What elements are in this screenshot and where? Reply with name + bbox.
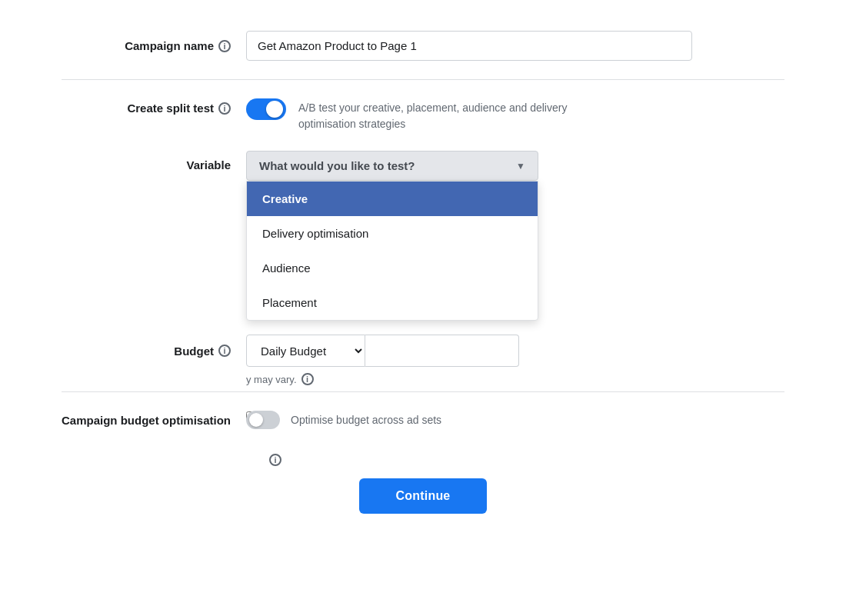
divider-1 bbox=[62, 79, 784, 80]
dropdown-item-creative[interactable]: Creative bbox=[247, 181, 538, 216]
variable-dropdown-placeholder: What would you like to test? bbox=[259, 159, 415, 172]
cbo-description: Optimise budget across ad sets bbox=[291, 414, 441, 426]
variable-label: Variable bbox=[62, 151, 246, 171]
budget-note-info-icon[interactable]: i bbox=[301, 373, 314, 385]
toggle-slider bbox=[246, 98, 286, 120]
split-test-toggle[interactable] bbox=[246, 98, 286, 120]
cbo-label: Campaign budget optimisation bbox=[62, 412, 246, 428]
cbo-toggle[interactable] bbox=[246, 411, 280, 429]
budget-amount-input[interactable] bbox=[365, 335, 519, 367]
budget-info-icon[interactable]: i bbox=[218, 345, 231, 357]
continue-button[interactable]: Continue bbox=[359, 478, 488, 514]
budget-label: Budget i bbox=[62, 345, 246, 358]
continue-row: Continue bbox=[62, 478, 784, 514]
variable-dropdown-trigger[interactable]: What would you like to test? ▼ bbox=[246, 151, 538, 181]
variable-dropdown-menu: Creative Delivery optimisation Audience … bbox=[246, 181, 538, 321]
budget-input-group: Daily Budget Lifetime Budget bbox=[246, 335, 519, 367]
divider-2 bbox=[62, 391, 784, 392]
chevron-down-icon: ▼ bbox=[516, 161, 525, 171]
cbo-slider bbox=[246, 411, 280, 429]
dropdown-item-placement[interactable]: Placement bbox=[247, 285, 538, 320]
campaign-name-label: Campaign name i bbox=[62, 39, 246, 52]
split-test-label: Create split test i bbox=[62, 98, 246, 115]
campaign-name-info-icon[interactable]: i bbox=[218, 40, 231, 52]
split-test-description: A/B test your creative, placement, audie… bbox=[298, 98, 575, 132]
variable-row: Variable What would you like to test? ▼ … bbox=[62, 151, 784, 181]
budget-type-select[interactable]: Daily Budget Lifetime Budget bbox=[246, 335, 365, 367]
campaign-name-row: Campaign name i bbox=[62, 31, 784, 61]
dropdown-item-audience[interactable]: Audience bbox=[247, 251, 538, 285]
split-test-toggle-area: A/B test your creative, placement, audie… bbox=[246, 98, 575, 132]
split-test-info-icon[interactable]: i bbox=[218, 102, 231, 115]
budget-row: Budget i Daily Budget Lifetime Budget bbox=[62, 335, 784, 367]
split-test-row: Create split test i A/B test your creati… bbox=[62, 98, 784, 132]
cbo-info-row: i bbox=[269, 454, 784, 466]
dropdown-item-delivery[interactable]: Delivery optimisation bbox=[247, 216, 538, 251]
cbo-row: Campaign budget optimisation Optimise bu… bbox=[62, 411, 784, 429]
cbo-info-icon[interactable]: i bbox=[269, 454, 281, 466]
variable-dropdown-container: What would you like to test? ▼ Creative … bbox=[246, 151, 538, 181]
budget-note: y may vary. i bbox=[246, 373, 784, 385]
campaign-name-input[interactable] bbox=[246, 31, 692, 61]
